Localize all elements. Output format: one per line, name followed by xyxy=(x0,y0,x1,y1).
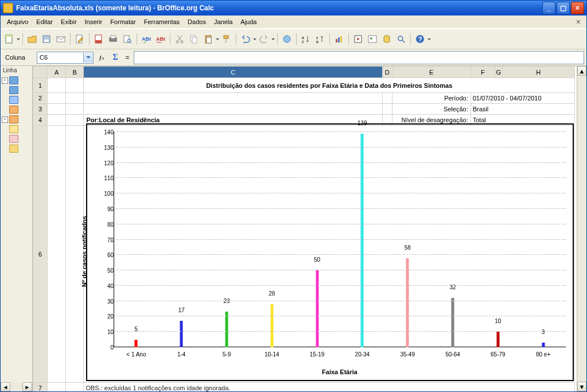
paste-icon[interactable] xyxy=(201,32,215,46)
tree-dbrange-icon[interactable] xyxy=(9,106,18,114)
maximize-button[interactable]: ▢ xyxy=(557,2,570,14)
help-dropdown[interactable] xyxy=(427,33,431,45)
vertical-scrollbar[interactable]: ▲ ▼ xyxy=(577,66,586,391)
copy-icon[interactable] xyxy=(187,32,201,46)
paste-dropdown[interactable] xyxy=(216,33,219,45)
function-wizard-icon[interactable]: ƒx xyxy=(96,54,107,61)
menu-ferramentas[interactable]: Ferramentas xyxy=(140,17,184,26)
close-doc-button[interactable]: × xyxy=(573,16,584,28)
col-header[interactable]: F xyxy=(471,67,495,78)
side-hscroll[interactable]: ◄ ► xyxy=(1,382,32,391)
menu-bar: Arquivo Editar Exibir Inserir Formatar F… xyxy=(1,15,586,29)
row-header[interactable]: 6 xyxy=(33,126,48,383)
gallery-icon[interactable] xyxy=(366,32,379,46)
spellcheck-icon[interactable]: ABC xyxy=(139,32,153,46)
equals-icon[interactable]: = xyxy=(123,54,131,61)
row-header[interactable]: 3 xyxy=(33,104,48,115)
svg-rect-31 xyxy=(368,36,376,42)
undo-dropdown[interactable] xyxy=(253,33,256,45)
select-all-corner[interactable] xyxy=(33,67,48,78)
svg-text:z: z xyxy=(316,36,318,40)
tree-expand-icon[interactable]: + xyxy=(2,117,8,123)
col-header[interactable]: A xyxy=(48,67,66,78)
col-header[interactable]: D xyxy=(382,67,392,78)
formula-input[interactable] xyxy=(134,51,584,64)
tree-draw-icon[interactable] xyxy=(9,145,18,153)
new-icon[interactable] xyxy=(2,32,16,46)
col-header[interactable]: C xyxy=(84,67,382,78)
column-headers[interactable]: A B C D E F G H xyxy=(33,67,575,78)
menu-dados[interactable]: Dados xyxy=(184,17,210,26)
export-pdf-icon[interactable] xyxy=(92,32,106,46)
preview-icon[interactable] xyxy=(120,32,134,46)
scroll-up-icon[interactable]: ▲ xyxy=(577,66,586,76)
tree-expand-icon[interactable]: + xyxy=(2,77,8,84)
tree-note-icon[interactable] xyxy=(9,135,18,143)
print-icon[interactable] xyxy=(106,32,120,46)
email-icon[interactable] xyxy=(54,32,68,46)
chart-ytick: 70 xyxy=(86,236,116,243)
tree-sheet-icon[interactable] xyxy=(9,86,18,94)
sort-desc-icon[interactable]: za xyxy=(313,32,327,46)
menu-janela[interactable]: Janela xyxy=(210,17,236,26)
col-header[interactable]: H xyxy=(502,67,575,78)
name-box[interactable] xyxy=(37,52,94,64)
col-header[interactable]: G xyxy=(495,67,502,78)
title-bar: FaixaEtariaAbsoluta.xls (somente leitura… xyxy=(1,1,586,15)
cut-icon[interactable] xyxy=(173,32,186,46)
row-header[interactable]: 4 xyxy=(33,115,48,126)
format-paint-icon[interactable] xyxy=(220,32,234,46)
svg-text:z: z xyxy=(302,40,304,44)
tree-sheet-icon[interactable] xyxy=(9,76,18,84)
open-icon[interactable] xyxy=(25,32,39,46)
undo-icon[interactable] xyxy=(239,32,252,46)
col-header[interactable]: E xyxy=(392,67,471,78)
chart-icon[interactable] xyxy=(332,32,346,46)
navigator-icon[interactable] xyxy=(351,32,365,46)
app-window: FaixaEtariaAbsoluta.xls (somente leitura… xyxy=(0,0,587,392)
menu-arquivo[interactable]: Arquivo xyxy=(3,17,32,26)
new-dropdown[interactable] xyxy=(17,33,20,45)
sum-icon[interactable]: Σ xyxy=(110,53,121,62)
minimize-button[interactable]: _ xyxy=(542,2,555,14)
chart-gridline xyxy=(114,193,566,193)
row-header[interactable]: 1 xyxy=(33,78,48,93)
redo-dropdown[interactable] xyxy=(271,33,275,45)
selecao-value: Brasil xyxy=(471,104,574,115)
svg-text:a: a xyxy=(316,40,318,44)
col-header[interactable]: B xyxy=(65,67,84,78)
datasources-icon[interactable] xyxy=(380,32,394,46)
redo-icon[interactable] xyxy=(257,32,271,46)
row-header[interactable]: 7 xyxy=(33,383,48,392)
menu-inserir[interactable]: Inserir xyxy=(81,17,107,26)
scroll-right-icon[interactable]: ► xyxy=(22,382,32,391)
menu-exibir[interactable]: Exibir xyxy=(57,17,81,26)
chart-category-label: 1-4 xyxy=(177,351,185,358)
help-icon[interactable]: ? xyxy=(413,32,427,46)
scroll-left-icon[interactable]: ◄ xyxy=(1,382,10,391)
zoom-icon[interactable] xyxy=(394,32,408,46)
cell-ref-input[interactable] xyxy=(37,53,83,61)
chart-bar xyxy=(406,258,409,347)
chart-object[interactable]: Nº de casos notificados Faixa Etária 5< … xyxy=(86,123,572,379)
save-icon[interactable] xyxy=(40,32,53,46)
tree-range-icon[interactable] xyxy=(9,96,18,104)
scroll-down-icon[interactable]: ▼ xyxy=(577,382,586,391)
chart-gridline xyxy=(114,331,566,332)
autospell-icon[interactable]: ABC xyxy=(154,32,168,46)
menu-formatar[interactable]: Formatar xyxy=(106,17,140,26)
svg-rect-28 xyxy=(340,36,342,42)
chart-gridline xyxy=(114,177,566,178)
edit-doc-icon[interactable] xyxy=(73,32,87,46)
row-header[interactable]: 2 xyxy=(33,93,48,104)
hyperlink-icon[interactable] xyxy=(280,32,294,46)
close-button[interactable]: × xyxy=(571,2,584,14)
chart-bar xyxy=(270,304,273,347)
menu-ajuda[interactable]: Ajuda xyxy=(236,17,261,26)
menu-editar[interactable]: Editar xyxy=(32,17,57,26)
sort-asc-icon[interactable]: az xyxy=(299,32,313,46)
tree-ole-icon[interactable] xyxy=(9,125,18,133)
cells-grid[interactable]: A B C D E F G H 1Distribuição dos xyxy=(33,66,577,391)
tree-image-icon[interactable] xyxy=(9,115,18,123)
name-box-dropdown[interactable] xyxy=(83,53,93,63)
